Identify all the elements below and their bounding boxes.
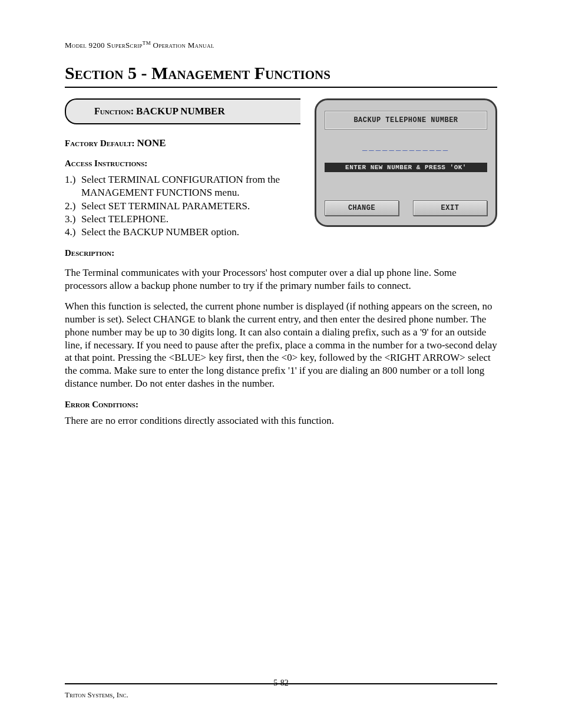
access-step: 4.) Select the BACKUP NUMBER option. [65, 226, 310, 239]
description-label: Description: [65, 248, 497, 258]
function-banner: Function: BACKUP NUMBER [65, 98, 300, 124]
page: Model 9200 SuperScripTM Operation Manual… [0, 0, 562, 728]
running-header: Model 9200 SuperScripTM Operation Manual [65, 40, 497, 50]
page-footer: Triton Systems, Inc. 5-82 [65, 678, 497, 700]
description-block: Description: The Terminal communicates w… [65, 248, 497, 390]
screen-input-field[interactable]: _____________ [325, 143, 487, 152]
terminal-screen: BACKUP TELEPHONE NUMBER _____________ EN… [315, 98, 497, 227]
step-number: 3.) [65, 213, 81, 226]
access-step: 3.) Select TELEPHONE. [65, 213, 310, 226]
factory-default-row: Factory Default: NONE [65, 137, 310, 149]
factory-default-value: NONE [137, 137, 166, 149]
factory-default-label: Factory Default: [65, 139, 137, 148]
screen-hint: ENTER NEW NUMBER & PRESS 'OK' [325, 163, 487, 172]
section-title: Section 5 - Management Functions [65, 63, 497, 83]
section-rule [65, 87, 497, 88]
step-text: Select the BACKUP NUMBER option. [81, 226, 310, 239]
access-step: 2.) Select SET TERMINAL PARAMETERS. [65, 200, 310, 213]
step-number: 4.) [65, 226, 81, 239]
left-column: Function: BACKUP NUMBER Factory Default:… [65, 98, 315, 238]
access-steps: 1.) Select TERMINAL CONFIGURATION from t… [65, 173, 310, 238]
trademark-symbol: TM [143, 40, 151, 46]
header-model-pre: Model 9200 SuperScrip [65, 41, 143, 50]
header-model-post: Operation Manual [151, 41, 214, 50]
step-text: Select TELEPHONE. [81, 213, 310, 226]
access-step: 1.) Select TERMINAL CONFIGURATION from t… [65, 173, 310, 199]
function-banner-box: Function: BACKUP NUMBER [65, 98, 300, 124]
screen-title: BACKUP TELEPHONE NUMBER [325, 111, 487, 130]
step-text: Select SET TERMINAL PARAMETERS. [81, 200, 310, 213]
description-para-1: The Terminal communicates with your Proc… [65, 266, 497, 292]
error-conditions-label: Error Conditions: [65, 400, 497, 410]
access-instructions-label: Access Instructions: [65, 159, 310, 169]
page-number: 5-82 [65, 678, 497, 688]
error-conditions-text: There are no error conditions directly a… [65, 414, 497, 427]
function-name: BACKUP NUMBER [136, 106, 225, 117]
footer-company: Triton Systems, Inc. [65, 690, 497, 700]
error-conditions-block: Error Conditions: There are no error con… [65, 400, 497, 427]
right-column: BACKUP TELEPHONE NUMBER _____________ EN… [315, 98, 497, 227]
description-para-2: When this function is selected, the curr… [65, 300, 497, 390]
step-text: Select TERMINAL CONFIGURATION from the M… [81, 173, 310, 199]
exit-button[interactable]: EXIT [413, 200, 487, 216]
step-number: 1.) [65, 173, 81, 199]
screen-button-row: CHANGE EXIT [325, 200, 487, 216]
content-top: Function: BACKUP NUMBER Factory Default:… [65, 98, 497, 238]
function-label: Function: [94, 106, 136, 116]
step-number: 2.) [65, 200, 81, 213]
change-button[interactable]: CHANGE [325, 200, 399, 216]
